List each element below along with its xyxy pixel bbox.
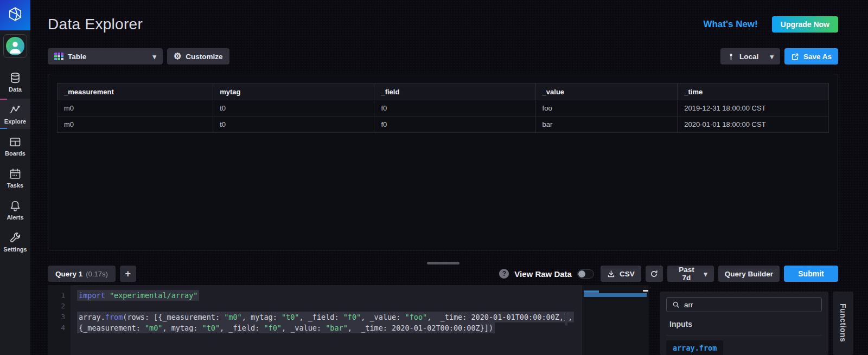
sidebar-item-data[interactable]: Data: [0, 67, 30, 97]
flux-code-editor[interactable]: 1234 import "experimental/array"array.fr…: [48, 285, 649, 355]
table-cell: m0: [58, 117, 213, 133]
calendar-icon: [9, 167, 22, 180]
bell-icon: [9, 199, 22, 212]
time-range-dropdown[interactable]: Past 7d: [667, 266, 714, 282]
column-header: _field: [374, 83, 535, 100]
editor-minimap[interactable]: [582, 285, 649, 355]
customize-button[interactable]: Customize: [167, 48, 229, 64]
sidebar-item-explore[interactable]: Explore: [0, 99, 30, 129]
code-token: {_measurement:: [79, 324, 145, 332]
query-tab[interactable]: Query 1 (0.17s): [48, 266, 116, 282]
code-token: "foo": [405, 313, 427, 321]
code-token: import: [79, 291, 105, 300]
csv-download-button[interactable]: CSV: [601, 266, 641, 282]
functions-panel: Inputs array.from: [660, 292, 828, 355]
influxdb-cube-icon: [7, 6, 23, 24]
code-token: [105, 291, 110, 300]
database-icon: [9, 72, 22, 85]
location-label: Local: [739, 53, 758, 61]
table-cell: 2019-12-31 18:00:00 CST: [678, 100, 829, 117]
sidebar-item-label: Alerts: [7, 214, 23, 221]
sidebar-item-label: Settings: [3, 246, 27, 253]
chevron-down-icon: [770, 53, 774, 61]
code-token: , _time: 2020-01-02T00:00:00Z}]): [348, 324, 493, 332]
refresh-button[interactable]: [646, 266, 663, 282]
table-header-row: _measurementmytag_field_value_time: [58, 83, 829, 100]
code-token: "t0": [202, 324, 220, 332]
table-view-icon: [54, 53, 63, 60]
code-line[interactable]: {_measurement: "m0", mytag: "t0", _field…: [77, 322, 582, 333]
table-cell: 2020-01-01 18:00:00 CST: [678, 117, 829, 133]
code-line[interactable]: array.from(rows: [{_measurement: "m0", m…: [77, 312, 582, 322]
view-raw-data-label: View Raw Data: [514, 269, 572, 279]
sidebar-item-boards[interactable]: Boards: [0, 131, 30, 161]
influxdb-logo[interactable]: [0, 0, 30, 30]
submit-button[interactable]: Submit: [784, 266, 838, 282]
sidebar-item-settings[interactable]: Settings: [0, 227, 30, 257]
function-item-array-from[interactable]: array.from: [666, 340, 723, 355]
function-search-box[interactable]: [666, 297, 822, 312]
code-token: "t0": [282, 313, 299, 321]
pin-icon: [727, 53, 735, 61]
code-token: , mytag:: [162, 324, 202, 332]
location-dropdown[interactable]: Local: [720, 48, 780, 64]
visualization-toolbar: Table Customize Local: [48, 48, 838, 64]
add-query-button[interactable]: +: [120, 266, 136, 282]
table-row: m0t0f0bar2020-01-01 18:00:00 CST: [58, 117, 829, 133]
sidebar-item-tasks[interactable]: Tasks: [0, 163, 30, 193]
code-token: , _field:: [220, 324, 264, 332]
code-line-text: {_measurement: "m0", mytag: "t0", _field…: [77, 322, 495, 333]
view-type-dropdown[interactable]: Table: [48, 48, 163, 64]
function-search-input[interactable]: [684, 301, 816, 309]
gear-icon: [174, 52, 181, 61]
query-controls: ? View Raw Data CSV Past 7d: [499, 266, 838, 282]
code-token: "bar": [326, 324, 348, 332]
table-cell: m0: [58, 100, 213, 117]
app-root: DataExploreBoardsTasksAlertsSettings Dat…: [0, 0, 868, 355]
results-table-panel: _measurementmytag_field_value_time m0t0f…: [48, 74, 838, 250]
person-icon: [8, 39, 23, 54]
view-raw-data-toggle[interactable]: [577, 269, 594, 279]
code-token: , _time: 2020-01-01T00:00:00Z,},: [427, 313, 572, 321]
csv-label: CSV: [620, 270, 635, 278]
column-header: _value: [535, 83, 678, 100]
line-number-gutter: 1234: [48, 285, 71, 355]
table-cell: foo: [535, 100, 678, 117]
view-type-label: Table: [68, 53, 86, 61]
table-body: m0t0f0foo2019-12-31 18:00:00 CSTm0t0f0ba…: [58, 100, 829, 133]
sidebar-item-alerts[interactable]: Alerts: [0, 195, 30, 225]
code-token: , _field:: [299, 313, 343, 321]
customize-label: Customize: [186, 53, 222, 61]
whats-new-link[interactable]: What's New!: [703, 19, 757, 30]
code-line-text: import "experimental/array": [77, 290, 199, 301]
code-line[interactable]: import "experimental/array": [77, 290, 582, 301]
divider: [666, 335, 822, 335]
toggle-knob: [578, 270, 585, 277]
query-builder-button[interactable]: Query Builder: [718, 266, 780, 282]
code-token: "f0": [264, 324, 282, 332]
upgrade-now-button[interactable]: Upgrade Now: [772, 16, 838, 33]
toolbar-left: Table Customize: [48, 48, 229, 64]
user-avatar-button[interactable]: [3, 34, 27, 58]
code-token: , _value:: [282, 324, 326, 332]
refresh-icon: [650, 270, 658, 278]
sidebar-item-label: Explore: [4, 118, 26, 125]
code-line[interactable]: [77, 301, 582, 312]
functions-collapse-tab[interactable]: Functions: [833, 292, 853, 355]
editor-scrollbar[interactable]: [565, 313, 567, 326]
query-bar: Query 1 (0.17s) + ? View Raw Data CSV: [48, 266, 838, 282]
code-token: "f0": [343, 313, 361, 321]
code-token: "m0": [145, 324, 163, 332]
help-icon[interactable]: ?: [499, 269, 509, 279]
save-as-button[interactable]: Save As: [784, 48, 838, 64]
table-row: m0t0f0foo2019-12-31 18:00:00 CST: [58, 100, 829, 117]
code-area[interactable]: import "experimental/array"array.from(ro…: [71, 285, 582, 355]
drag-handle[interactable]: [427, 262, 459, 264]
query-duration: (0.17s): [86, 270, 107, 278]
column-header: _time: [678, 83, 829, 100]
code-token: (rows: [{_measurement:: [123, 313, 224, 321]
wrench-icon: [9, 231, 22, 244]
column-header: _measurement: [58, 83, 213, 100]
page-header: Data Explorer What's New! Upgrade Now: [48, 13, 838, 36]
editor-section: 1234 import "experimental/array"array.fr…: [48, 285, 856, 355]
